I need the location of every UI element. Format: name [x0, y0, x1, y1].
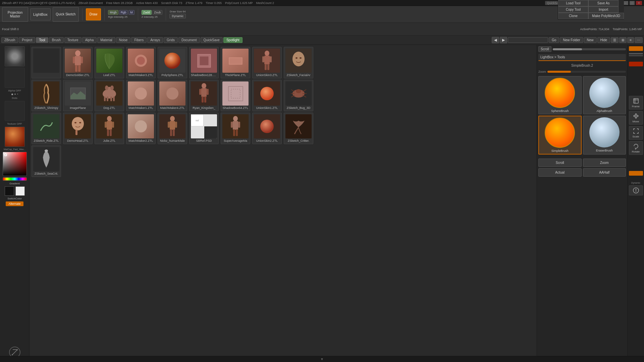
clone-btn[interactable]: Clone	[558, 13, 588, 19]
tool-item-shadowbox128[interactable]: ShadowBox128.ZTL	[189, 47, 219, 78]
simplebrush-item[interactable]: SimpleBrush	[538, 116, 582, 155]
alphabrush-item[interactable]: AlphaBrush	[583, 76, 626, 114]
rgb-btn[interactable]: Rgb	[119, 10, 128, 15]
go-btn[interactable]: Go	[549, 37, 559, 43]
tool-item-polysphere[interactable]: PolySphere.ZTL	[158, 47, 187, 78]
tool-item-leaf[interactable]: Leaf.ZTL	[95, 47, 124, 78]
tool-item-empty1[interactable]	[32, 47, 61, 78]
tool-item-sbref[interactable]: ref SBRef.PSD	[189, 113, 219, 144]
texture-slot[interactable]	[5, 101, 25, 121]
projection-master-btn[interactable]: Projection Master	[2, 7, 28, 22]
tool-item-shadowbox64[interactable]: ShadowBox64.ZTL	[221, 80, 250, 111]
timer-label: Timer 0.055	[206, 1, 222, 5]
move-btn[interactable]: Move	[629, 111, 643, 125]
matcap-preview[interactable]	[5, 127, 25, 147]
tool-item-julie[interactable]: Julie.ZTL	[95, 113, 124, 144]
tab-quicksave[interactable]: QuickSave	[201, 37, 223, 43]
tool-item-ride[interactable]: ZSketch_Ride.ZTL	[32, 113, 61, 144]
tool-item-matchmaker3[interactable]: MatchMaker3.ZTL	[126, 47, 156, 78]
tab-alpha[interactable]: Alpha	[82, 37, 97, 43]
zadd-btn[interactable]: Zadd	[142, 10, 152, 15]
info-btn[interactable]	[629, 185, 643, 195]
nav-forward-btn[interactable]: ▶	[500, 37, 507, 43]
spherebrush-item[interactable]: SphereBrush	[538, 76, 582, 114]
svg-rect-68	[233, 121, 238, 130]
swatch-black[interactable]	[5, 186, 14, 196]
tool-item-unionskin1[interactable]: UnionSkin1.ZTL	[252, 80, 282, 111]
tab-tool[interactable]: Tool	[36, 37, 48, 43]
new-folder-btn[interactable]: New Folder	[560, 37, 583, 43]
tool-item-mm2[interactable]: MatchMaker2.ZTL	[126, 113, 156, 144]
eraserbrush-item[interactable]: EraserBrush	[583, 116, 626, 155]
focal-shift-param[interactable]: Focal Shift 0	[2, 27, 19, 31]
load-tool-btn[interactable]: Load Tool	[558, 0, 588, 6]
copy-tool-btn[interactable]: Copy Tool	[558, 6, 588, 13]
zoom-slider[interactable]	[547, 71, 626, 73]
tool-item-mm1[interactable]: MatchMaker1.ZTL	[126, 80, 156, 111]
alternate-btn[interactable]: Alternate	[6, 201, 23, 206]
dynamic-btn[interactable]: Dynamic	[169, 14, 186, 18]
aahalf-btn[interactable]: AAHalf	[583, 168, 626, 177]
tool-item-ryan[interactable]: Ryan_Kingslien_	[189, 80, 219, 111]
tool-item-seacrit[interactable]: ZSketch_SeaCrit.	[32, 145, 61, 177]
window-controls[interactable]: ─ □ ✕	[623, 1, 642, 5]
tab-project[interactable]: Project	[19, 37, 35, 43]
scale-btn[interactable]: Scale	[629, 126, 643, 140]
draw-mode-btn[interactable]: Draw	[86, 8, 101, 20]
swatch-white[interactable]	[15, 186, 25, 196]
tab-fibers[interactable]: Fibers	[131, 37, 147, 43]
zsub-btn[interactable]: Zsub	[152, 10, 162, 15]
quick-sketch-btn[interactable]: Quick Sketch	[53, 7, 79, 22]
color-picker[interactable]	[3, 152, 27, 176]
actual-btn[interactable]: Actual	[538, 168, 582, 177]
tab-noise[interactable]: Noise	[116, 37, 131, 43]
hue-bar[interactable]	[3, 177, 27, 181]
frame-btn[interactable]: Frame	[629, 96, 643, 110]
list-view-btn[interactable]: ☰	[611, 37, 619, 43]
tool-item-unionskin2[interactable]: UnionSkin2.ZTL	[252, 113, 282, 144]
tab-grids[interactable]: Grids	[164, 37, 178, 43]
save-as-btn[interactable]: Save As	[588, 0, 619, 6]
scroll-btn[interactable]: Scroll	[538, 159, 582, 167]
dots-row[interactable]	[11, 94, 18, 95]
tool-item-superavg[interactable]: SuperAverageMa	[221, 113, 250, 144]
tool-item-imageplane[interactable]: ImagePlane	[63, 80, 93, 111]
tab-document[interactable]: Document	[178, 37, 200, 43]
tab-material[interactable]: Material	[97, 37, 115, 43]
alpha-slot-1[interactable]	[5, 68, 25, 88]
brush-preview[interactable]	[5, 46, 25, 66]
lightbox-btn[interactable]: LightBox	[30, 8, 51, 20]
grid-view-btn[interactable]: ⊞	[619, 37, 627, 43]
scroll-right-btn[interactable]: Scroll	[538, 46, 551, 52]
tool-item-unionskin3[interactable]: UnionSkin3.ZTL	[252, 47, 282, 78]
make-polymesh3d-btn[interactable]: Make PolyMesh3D	[588, 13, 624, 19]
tab-spotlight[interactable]: Spotlight	[223, 37, 243, 43]
tab-zbrush[interactable]: ZBrush	[1, 37, 18, 43]
tool-item-zsketch-facial[interactable]: ZSketch_FacialAr	[284, 47, 313, 78]
svg-rect-5	[75, 65, 77, 72]
tool-item-zcritter[interactable]: ZSketch_Critter.	[284, 113, 313, 144]
detail-view-btn[interactable]: ≡	[627, 37, 634, 43]
tool-item-zbug[interactable]: ZSketch_Bug_3D	[284, 80, 313, 111]
tool-item-zsketch-shrimpy[interactable]: ZSketch_Shrimpy	[32, 80, 61, 111]
tool-item-thickplane[interactable]: ThickPlane.ZTL	[221, 47, 250, 78]
tool-item-demosoldier[interactable]: DemoSoldier.ZTL	[63, 47, 93, 78]
rotate-btn[interactable]: Rotate	[629, 141, 643, 155]
import-btn[interactable]: Import	[588, 6, 619, 13]
tab-arrays[interactable]: Arrays	[147, 37, 163, 43]
new-btn[interactable]: New	[584, 37, 597, 43]
search-input[interactable]	[508, 37, 548, 43]
tool-item-dog[interactable]: Dog.ZTL	[95, 80, 124, 111]
hide-btn[interactable]: Hide	[597, 37, 610, 43]
m-btn[interactable]: M	[128, 10, 135, 15]
zoom-btn[interactable]: Zoom	[583, 159, 626, 167]
tab-brush[interactable]: Brush	[49, 37, 64, 43]
nav-back-btn[interactable]: ◀	[492, 37, 499, 43]
tool-item-mm4[interactable]: MatchMaker4.ZTL	[158, 80, 187, 111]
tool-item-demohead[interactable]: DemoHead.ZTL	[63, 113, 93, 144]
tool-item-nickz[interactable]: Nickz_humanMale	[158, 113, 187, 144]
svg-point-67	[233, 116, 238, 121]
options-btn[interactable]: ⋯	[635, 37, 643, 43]
tab-texture[interactable]: Texture	[64, 37, 82, 43]
mrgb-btn[interactable]: Mrgb	[108, 10, 118, 15]
